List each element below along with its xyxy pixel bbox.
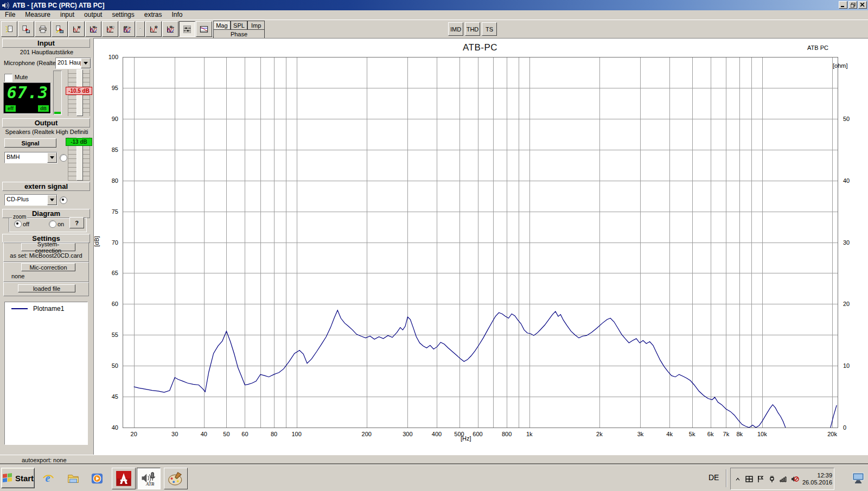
tab-phase[interactable]: Phase xyxy=(213,29,265,39)
microphone-select[interactable]: 201 Haup xyxy=(55,58,91,69)
svg-text:M□+: M□+ xyxy=(124,25,131,29)
flag-icon[interactable] xyxy=(756,474,765,484)
measure-mean-icon[interactable]: M̄ xyxy=(145,21,162,37)
mic-correction-status: none xyxy=(11,273,24,279)
x-tick-2k: 2k xyxy=(596,431,603,437)
signal-radio[interactable] xyxy=(60,154,67,162)
plot-legend: Plotname1 xyxy=(4,302,88,445)
mic-correction-button[interactable]: Mic-correction xyxy=(21,263,75,271)
paint-app-button[interactable] xyxy=(164,468,188,489)
signal-select[interactable]: BMH xyxy=(4,152,58,163)
x-tick-50: 50 xyxy=(223,431,229,437)
autoexport-status: autoexport: none xyxy=(22,457,67,463)
chevron-down-icon[interactable] xyxy=(47,152,57,163)
svg-text:M̄+: M̄+ xyxy=(170,25,175,29)
measure-m-plus-box-icon[interactable]: M□+ xyxy=(119,21,135,37)
tab-imp[interactable]: Imp xyxy=(247,21,265,29)
input-gain-slider[interactable]: -10.5 dB xyxy=(67,68,91,117)
output-gain-slider[interactable]: -13 dB xyxy=(67,136,91,182)
zoom-off-label: off xyxy=(23,221,29,227)
svg-text:(r): (r) xyxy=(140,28,141,29)
print-icon[interactable] xyxy=(35,21,51,37)
x-tick-400: 400 xyxy=(432,431,442,437)
r-reference-toggle[interactable]: (r) xyxy=(136,21,145,37)
output-gain-value: -13 dB xyxy=(66,138,92,146)
legend-item[interactable]: Plotname1 xyxy=(5,302,87,313)
volume-muted-icon[interactable] xyxy=(790,474,800,484)
tab-spl[interactable]: SPL xyxy=(231,21,248,29)
system-correction-button[interactable]: System-correction xyxy=(21,243,75,251)
scale-overlay-icon[interactable] xyxy=(196,21,212,37)
svg-text:ATB: ATB xyxy=(145,481,155,487)
app-icon xyxy=(2,2,10,9)
input-device-label: 201 Hauptlautstärke xyxy=(0,49,93,55)
menu-input[interactable]: input xyxy=(55,10,79,20)
ohm-tick-0: 0 xyxy=(843,424,846,431)
zoom-off-radio[interactable] xyxy=(14,220,22,228)
x-tick-40: 40 xyxy=(201,431,207,437)
toolbar: MM+M□M□+(r)M̄M̄+ MagSPLImp Phase IMDTHDT… xyxy=(0,20,868,39)
taskbar: Start eATB DE 12:39 26.05.2016 xyxy=(0,464,868,491)
measure-m-box-icon[interactable]: M□ xyxy=(102,21,118,37)
file-explorer-icon[interactable] xyxy=(64,469,82,488)
x-tick-4k: 4k xyxy=(666,431,673,437)
internet-explorer-icon[interactable]: e xyxy=(39,469,58,488)
show-desktop-button[interactable] xyxy=(851,470,866,486)
y-tick-40: 40 xyxy=(112,424,118,431)
menu-file[interactable]: File xyxy=(0,10,20,20)
close-button[interactable] xyxy=(858,1,867,9)
measure-m-icon[interactable]: M xyxy=(68,21,85,37)
extern-signal-select[interactable]: CD-Plus xyxy=(4,194,58,206)
extern-signal-radio[interactable] xyxy=(60,196,67,204)
chevron-up-icon[interactable] xyxy=(733,474,743,484)
power-plug-icon[interactable] xyxy=(767,474,777,484)
x-tick-300: 300 xyxy=(403,431,412,437)
zoom-label: zoom xyxy=(12,214,27,220)
measure-m-plus-icon[interactable]: M+ xyxy=(85,21,101,37)
x-tick-6k: 6k xyxy=(707,431,714,437)
start-button[interactable]: Start xyxy=(1,468,35,488)
system-correction-box: System-correction as set: MicBoost20CD.c… xyxy=(3,242,89,262)
ohm-tick-10: 10 xyxy=(843,362,850,369)
export-save-icon[interactable] xyxy=(18,21,34,37)
loaded-file-button[interactable]: loaded file xyxy=(18,284,75,292)
zoom-on-radio[interactable] xyxy=(49,220,56,228)
y-tick-60: 60 xyxy=(112,301,118,307)
help-button[interactable]: ? xyxy=(69,217,84,228)
restore-button[interactable] xyxy=(848,1,857,9)
x-tick-5k: 5k xyxy=(689,431,695,437)
adjust-settings-icon[interactable] xyxy=(179,21,195,37)
menu-output[interactable]: output xyxy=(79,10,107,20)
mode-button-thd[interactable]: THD xyxy=(465,22,480,36)
menu-measure[interactable]: Measure xyxy=(20,10,55,20)
mute-checkbox[interactable] xyxy=(4,74,12,82)
ohm-tick-40: 40 xyxy=(843,177,850,184)
atb-app-button[interactable]: ATB xyxy=(137,468,161,489)
tray-clock[interactable]: 12:39 26.05.2016 xyxy=(802,472,834,486)
chevron-down-icon[interactable] xyxy=(47,195,57,205)
menu-settings[interactable]: settings xyxy=(107,10,139,20)
adobe-reader-button[interactable] xyxy=(112,468,136,489)
loaded-file-box: loaded file xyxy=(3,282,89,296)
menu-extras[interactable]: extras xyxy=(139,10,167,20)
mode-button-imd[interactable]: IMD xyxy=(448,22,463,36)
save-as-icon[interactable] xyxy=(52,21,68,37)
view-mode-tabs: MagSPLImp Phase xyxy=(213,21,265,39)
level-value: 67.3 xyxy=(7,83,48,102)
measure-mean-plus-icon[interactable]: M̄+ xyxy=(162,21,178,37)
media-player-icon[interactable] xyxy=(88,469,106,488)
new-measurement-icon[interactable] xyxy=(1,21,17,37)
window-grid-icon[interactable] xyxy=(744,474,754,484)
tab-mag[interactable]: Mag xyxy=(213,21,231,29)
mute-label: Mute xyxy=(15,74,28,80)
window-title: ATB - [ATB PC (PRC) ATB PC] xyxy=(12,2,105,9)
x-tick-1k: 1k xyxy=(526,431,533,437)
signal-button[interactable]: Signal xyxy=(4,138,56,148)
input-level-meter xyxy=(53,71,62,115)
signal-strength-icon[interactable] xyxy=(778,474,788,484)
minimize-button[interactable] xyxy=(839,1,847,9)
chevron-down-icon[interactable] xyxy=(81,58,91,68)
language-indicator[interactable]: DE xyxy=(709,473,719,482)
mode-button-ts[interactable]: TS xyxy=(482,22,497,36)
menu-info[interactable]: Info xyxy=(167,10,187,20)
